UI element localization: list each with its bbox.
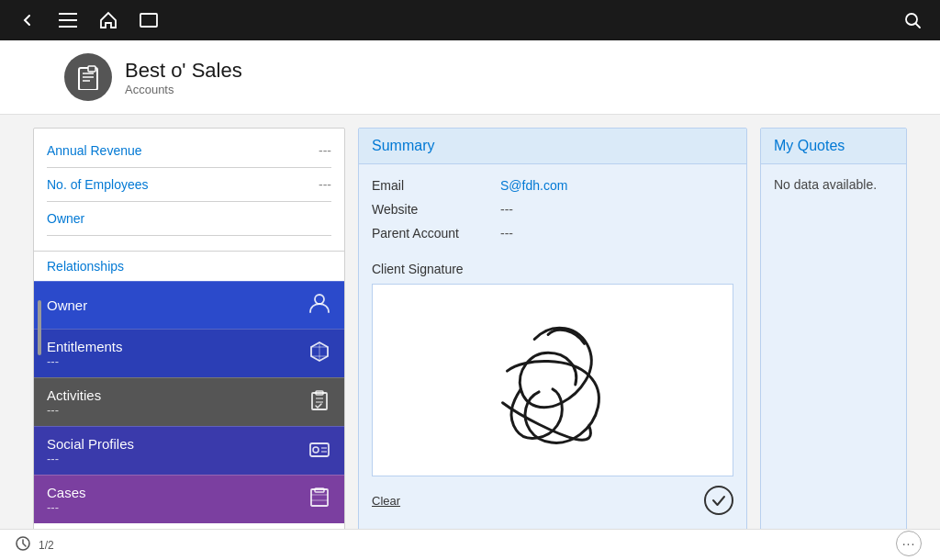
summary-header: Summary bbox=[359, 129, 746, 164]
tile-social-profiles-name: Social Profiles bbox=[47, 436, 134, 452]
back-button[interactable] bbox=[15, 7, 40, 33]
tile-entitlements[interactable]: Entitlements --- bbox=[34, 329, 344, 377]
tile-entitlements-left: Entitlements --- bbox=[47, 339, 123, 368]
search-button[interactable] bbox=[900, 7, 925, 33]
website-value: --- bbox=[500, 202, 513, 217]
window-button[interactable] bbox=[136, 7, 162, 33]
summary-fields: Email S@fdh.com Website --- Parent Accou… bbox=[359, 164, 746, 254]
field-employees: No. of Employees --- bbox=[47, 174, 331, 196]
field-owner: Owner bbox=[47, 207, 331, 230]
account-name: Best o' Sales bbox=[125, 59, 242, 83]
tile-activities-left: Activities --- bbox=[47, 387, 101, 417]
client-signature-label: Client Signature bbox=[359, 254, 746, 280]
tile-activities-count: --- bbox=[47, 403, 101, 417]
tile-cases-left: Cases --- bbox=[47, 485, 86, 514]
tile-owner[interactable]: Owner bbox=[34, 281, 344, 329]
field-divider-1 bbox=[47, 167, 331, 168]
summary-row-email: Email S@fdh.com bbox=[372, 174, 733, 197]
svg-rect-2 bbox=[59, 26, 77, 28]
home-button[interactable] bbox=[95, 7, 121, 33]
annual-revenue-value: --- bbox=[319, 143, 331, 158]
svg-rect-22 bbox=[315, 488, 324, 492]
left-panel-fields: Annual Revenue --- No. of Employees --- … bbox=[34, 129, 344, 251]
bottom-bar: 1/2 ··· bbox=[0, 529, 940, 560]
tile-cases[interactable]: Cases --- bbox=[34, 475, 344, 523]
scroll-indicator bbox=[38, 300, 41, 355]
owner-label[interactable]: Owner bbox=[47, 211, 84, 226]
left-panel: Annual Revenue --- No. of Employees --- … bbox=[33, 128, 345, 559]
tile-owner-name: Owner bbox=[47, 297, 87, 313]
more-options-button[interactable]: ··· bbox=[896, 531, 922, 556]
annual-revenue-label[interactable]: Annual Revenue bbox=[47, 143, 142, 158]
svg-rect-0 bbox=[59, 13, 77, 15]
top-nav bbox=[0, 0, 940, 40]
tile-social-profiles-count: --- bbox=[47, 452, 134, 465]
parent-account-value: --- bbox=[500, 226, 513, 241]
main-content: Annual Revenue --- No. of Employees --- … bbox=[0, 115, 940, 560]
my-quotes-header: My Quotes bbox=[761, 129, 906, 164]
summary-row-parent: Parent Account --- bbox=[372, 221, 733, 245]
field-divider-3 bbox=[47, 235, 331, 236]
signature-footer: Clear bbox=[359, 480, 746, 521]
avatar bbox=[64, 53, 112, 101]
header-text: Best o' Sales Accounts bbox=[125, 59, 242, 96]
tile-cases-name: Cases bbox=[47, 485, 86, 500]
menu-button[interactable] bbox=[55, 7, 81, 33]
signature-svg bbox=[373, 285, 733, 476]
clipboard-icon bbox=[308, 388, 331, 417]
field-annual-revenue: Annual Revenue --- bbox=[47, 140, 331, 162]
chart-icon bbox=[308, 486, 331, 514]
tile-entitlements-count: --- bbox=[47, 354, 123, 368]
confirm-button[interactable] bbox=[704, 486, 733, 515]
right-panel: My Quotes No data available. bbox=[760, 128, 907, 559]
tile-entitlements-name: Entitlements bbox=[47, 339, 123, 354]
email-value[interactable]: S@fdh.com bbox=[500, 178, 567, 193]
id-card-icon bbox=[308, 437, 331, 465]
tile-social-profiles-left: Social Profiles --- bbox=[47, 436, 134, 465]
person-icon bbox=[308, 291, 331, 319]
clock-icon[interactable] bbox=[15, 535, 31, 555]
employees-label[interactable]: No. of Employees bbox=[47, 177, 149, 192]
page-count: 1/2 bbox=[39, 539, 54, 552]
box-icon bbox=[308, 340, 331, 368]
more-icon-dots: ··· bbox=[902, 536, 916, 551]
account-type: Accounts bbox=[125, 83, 242, 96]
relationships-header: Relationships bbox=[34, 251, 344, 281]
tile-social-profiles[interactable]: Social Profiles --- bbox=[34, 426, 344, 475]
svg-rect-1 bbox=[59, 19, 77, 21]
summary-row-website: Website --- bbox=[372, 197, 733, 221]
email-label: Email bbox=[372, 178, 500, 193]
field-divider-2 bbox=[47, 201, 331, 202]
svg-rect-3 bbox=[140, 14, 157, 27]
employees-value: --- bbox=[319, 177, 331, 192]
tile-owner-left: Owner bbox=[47, 297, 87, 313]
clear-button[interactable]: Clear bbox=[372, 494, 400, 508]
signature-box[interactable] bbox=[372, 284, 733, 476]
tile-activities[interactable]: Activities --- bbox=[34, 377, 344, 426]
website-label: Website bbox=[372, 202, 500, 217]
header-area: Best o' Sales Accounts bbox=[0, 40, 940, 115]
parent-account-label: Parent Account bbox=[372, 226, 500, 241]
tile-activities-name: Activities bbox=[47, 387, 101, 403]
no-data-message: No data available. bbox=[761, 164, 906, 205]
svg-point-16 bbox=[313, 447, 319, 453]
svg-rect-9 bbox=[88, 66, 95, 72]
tile-cases-count: --- bbox=[47, 500, 86, 514]
middle-panel: Summary Email S@fdh.com Website --- Pare… bbox=[358, 128, 747, 559]
svg-point-10 bbox=[315, 295, 324, 304]
